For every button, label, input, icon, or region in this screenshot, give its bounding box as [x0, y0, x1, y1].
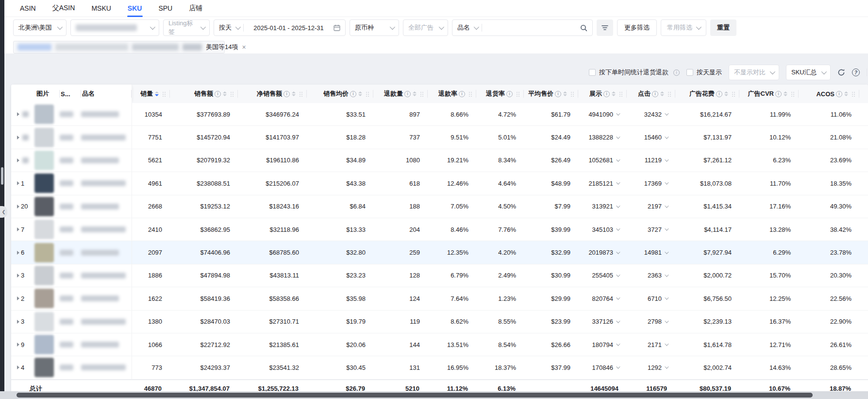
- cell-clicks[interactable]: 15460: [627, 126, 675, 148]
- saved-filters-select[interactable]: 常用筛选: [661, 19, 706, 36]
- column-menu-icon[interactable]: [570, 91, 574, 97]
- product-image[interactable]: [34, 335, 54, 354]
- cell-clicks[interactable]: 17369: [627, 172, 675, 194]
- column-menu-icon[interactable]: [668, 91, 671, 97]
- reset-button[interactable]: 重置: [710, 19, 736, 36]
- col-avg-sell-price[interactable]: 平均售价: [524, 85, 578, 103]
- more-filters-button[interactable]: 更多筛选: [617, 19, 657, 36]
- cell-impressions[interactable]: 2019873: [578, 241, 627, 263]
- column-menu-icon[interactable]: [366, 91, 369, 97]
- col-impressions[interactable]: 展示: [578, 85, 627, 103]
- checkbox[interactable]: [686, 69, 693, 76]
- date-range-group[interactable]: 按天 2025-01-01 - 2025-12-31: [214, 19, 346, 36]
- col-avg-price[interactable]: 销售均价: [307, 85, 373, 103]
- product-image[interactable]: [34, 266, 54, 285]
- sort-icon[interactable]: [223, 91, 227, 96]
- store-select[interactable]: [70, 19, 159, 36]
- info-icon[interactable]: [506, 91, 513, 97]
- column-menu-icon[interactable]: [732, 91, 735, 97]
- column-menu-icon[interactable]: [851, 91, 855, 97]
- sort-icon[interactable]: [612, 91, 616, 96]
- sort-icon[interactable]: [724, 91, 728, 96]
- region-select[interactable]: 北美洲\美国: [13, 19, 67, 36]
- column-menu-icon[interactable]: [230, 91, 234, 97]
- dimension-tab[interactable]: MSKU: [91, 0, 111, 17]
- show-by-day-checkbox[interactable]: 按天显示: [686, 68, 722, 77]
- col-clicks[interactable]: 点击: [627, 85, 675, 103]
- info-icon[interactable]: [350, 91, 356, 97]
- ad-type-select[interactable]: 全部广告: [403, 19, 448, 36]
- expand-row-icon[interactable]: [17, 251, 19, 255]
- dimension-tab[interactable]: SKU: [128, 0, 142, 17]
- dimension-tab[interactable]: 父ASIN: [52, 0, 75, 17]
- product-image[interactable]: [34, 128, 54, 147]
- cell-impressions[interactable]: 180794: [578, 333, 627, 356]
- cell-clicks[interactable]: 2363: [627, 264, 675, 287]
- product-image[interactable]: [34, 197, 54, 216]
- dimension-tab[interactable]: 店铺: [189, 0, 202, 17]
- expand-row-icon[interactable]: [17, 296, 19, 300]
- cell-impressions[interactable]: 313921: [578, 195, 627, 218]
- info-icon[interactable]: [652, 91, 658, 97]
- help-icon[interactable]: [852, 69, 860, 76]
- col-return-rate[interactable]: 退货率: [476, 85, 524, 103]
- sort-icon[interactable]: [155, 91, 159, 96]
- expand-row-icon[interactable]: [17, 274, 19, 278]
- expand-row-icon[interactable]: [17, 205, 19, 208]
- info-icon[interactable]: [284, 91, 290, 97]
- col-refund-qty[interactable]: 退款量: [373, 85, 428, 103]
- column-menu-icon[interactable]: [162, 91, 166, 97]
- col-sales[interactable]: 销售额: [170, 85, 238, 103]
- cell-clicks[interactable]: 2197: [627, 195, 675, 218]
- column-menu-icon[interactable]: [299, 91, 303, 97]
- cell-impressions[interactable]: 820764: [578, 287, 627, 310]
- refund-by-order-time-checkbox[interactable]: 按下单时间统计退货退款: [589, 68, 680, 77]
- cell-clicks[interactable]: 1292: [627, 356, 675, 379]
- aggregate-select[interactable]: SKU汇总: [786, 65, 831, 80]
- product-image[interactable]: [34, 243, 54, 262]
- column-menu-icon[interactable]: [791, 91, 795, 97]
- search-input[interactable]: [486, 24, 576, 32]
- currency-select[interactable]: 原币种: [350, 19, 399, 36]
- product-image[interactable]: [34, 104, 54, 124]
- product-image[interactable]: [34, 289, 54, 308]
- cell-clicks[interactable]: 11219: [627, 149, 675, 172]
- cell-clicks[interactable]: 6710: [627, 287, 675, 310]
- expand-row-icon[interactable]: [17, 158, 19, 162]
- cell-clicks[interactable]: 32432: [627, 103, 675, 125]
- expand-row-icon[interactable]: [17, 136, 19, 139]
- sort-icon[interactable]: [358, 91, 362, 96]
- close-icon[interactable]: ×: [242, 44, 246, 51]
- product-image[interactable]: [34, 151, 54, 170]
- column-menu-icon[interactable]: [420, 91, 424, 97]
- col-ad-spend[interactable]: 广告花费: [675, 85, 739, 103]
- expand-row-icon[interactable]: [17, 112, 19, 116]
- info-icon[interactable]: [404, 91, 411, 97]
- info-icon[interactable]: [836, 91, 842, 97]
- applied-filter-tag[interactable]: 美国等14项 ×: [13, 41, 225, 53]
- cell-impressions[interactable]: 345103: [578, 218, 627, 241]
- cell-impressions[interactable]: 255405: [578, 264, 627, 287]
- cell-clicks[interactable]: 14981: [627, 241, 675, 263]
- product-image[interactable]: [34, 173, 54, 193]
- info-icon[interactable]: [775, 91, 782, 97]
- cell-clicks[interactable]: 2171: [627, 333, 675, 356]
- filter-lines-button[interactable]: [597, 19, 613, 36]
- cell-impressions[interactable]: 4941090: [578, 103, 627, 125]
- expand-row-icon[interactable]: [17, 320, 19, 324]
- info-icon[interactable]: [555, 91, 561, 97]
- column-menu-icon[interactable]: [468, 91, 472, 97]
- refresh-icon[interactable]: [837, 69, 845, 76]
- dimension-tab[interactable]: ASIN: [20, 0, 36, 17]
- sort-icon[interactable]: [413, 91, 417, 96]
- cell-clicks[interactable]: 3727: [627, 218, 675, 241]
- expand-row-icon[interactable]: [17, 181, 19, 185]
- info-icon[interactable]: [215, 91, 221, 97]
- listing-tag-select[interactable]: Listing标签: [163, 19, 210, 36]
- cell-impressions[interactable]: 2185121: [578, 172, 627, 194]
- dimension-tab[interactable]: SPU: [158, 0, 172, 17]
- expand-row-icon[interactable]: [17, 343, 19, 347]
- col-net-sales[interactable]: 净销售额: [238, 85, 307, 103]
- info-icon[interactable]: [716, 91, 722, 97]
- cell-impressions[interactable]: 1052681: [578, 149, 627, 172]
